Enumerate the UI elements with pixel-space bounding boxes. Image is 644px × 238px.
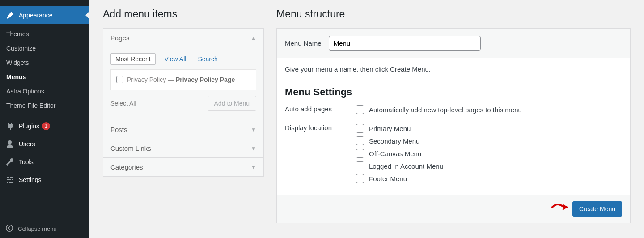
location-primary[interactable]: Primary Menu <box>356 124 622 133</box>
accordion: Pages ▲ Most Recent View All Search Priv… <box>103 28 264 177</box>
display-location-row: Display location Primary Menu Secondary … <box>285 124 622 187</box>
auto-add-row: Auto add pages Automatically add new top… <box>285 105 622 118</box>
sidebar-item-tools[interactable]: Tools <box>0 153 89 171</box>
display-location-label: Display location <box>285 124 356 187</box>
location-text: Footer Menu <box>369 175 407 183</box>
page-checkbox[interactable] <box>116 76 123 83</box>
submenu-item-astra-options[interactable]: Astra Options <box>0 84 89 98</box>
paintbrush-icon <box>5 11 14 20</box>
sidebar-item-plugins[interactable]: Plugins 1 <box>0 117 89 135</box>
location-checkbox[interactable] <box>356 149 364 158</box>
location-checkbox[interactable] <box>356 136 364 145</box>
submenu-item-themes[interactable]: Themes <box>0 27 89 41</box>
collapse-icon <box>5 224 13 234</box>
collapse-label: Collapse menu <box>18 225 57 232</box>
plug-icon <box>5 122 14 131</box>
accordion-body-pages: Most Recent View All Search Privacy Poli… <box>103 47 263 120</box>
tab-most-recent[interactable]: Most Recent <box>110 53 156 65</box>
tab-search[interactable]: Search <box>195 54 220 64</box>
auto-add-option-text: Automatically add new top-level pages to… <box>369 106 522 114</box>
accordion-footer: Select All Add to Menu <box>110 90 256 114</box>
submenu-item-menus[interactable]: Menus <box>0 70 89 84</box>
pages-tabs: Most Recent View All Search <box>110 53 256 65</box>
panel-footer: Create Menu <box>277 195 630 223</box>
plugins-update-badge: 1 <box>42 122 50 130</box>
chevron-down-icon: ▼ <box>251 127 256 133</box>
accordion-label: Custom Links <box>110 144 151 152</box>
sidebar-item-appearance[interactable]: Appearance <box>0 6 89 24</box>
accordion-label: Pages <box>110 34 130 42</box>
panel-body: Give your menu a name, then click Create… <box>277 58 630 195</box>
menu-structure-panel: Menu Name Give your menu a name, then cl… <box>276 28 631 223</box>
location-text: Off-Canvas Menu <box>369 150 421 157</box>
accordion-label: Posts <box>110 126 127 133</box>
sidebar-item-label: Tools <box>19 158 34 166</box>
auto-add-option[interactable]: Automatically add new top-level pages to… <box>356 105 622 114</box>
appearance-submenu: Themes Customize Widgets Menus Astra Opt… <box>0 24 89 117</box>
chevron-down-icon: ▼ <box>251 145 256 152</box>
submenu-item-widgets[interactable]: Widgets <box>0 55 89 70</box>
auto-add-label: Auto add pages <box>285 105 356 118</box>
menu-hint-text: Give your menu a name, then click Create… <box>285 65 622 73</box>
sidebar-item-label: Appearance <box>19 12 53 19</box>
user-icon <box>5 140 14 149</box>
location-checkbox[interactable] <box>356 124 364 133</box>
location-checkbox[interactable] <box>356 162 364 170</box>
location-text: Secondary Menu <box>369 137 419 145</box>
collapse-menu[interactable]: Collapse menu <box>0 220 89 238</box>
location-logged-in[interactable]: Logged In Account Menu <box>356 162 622 170</box>
page-list-item[interactable]: Privacy Policy — Privacy Policy Page <box>116 75 250 85</box>
page-item-text: Privacy Policy — Privacy Policy Page <box>127 75 235 85</box>
add-menu-items-title: Add menu items <box>103 8 264 20</box>
auto-add-checkbox[interactable] <box>356 105 364 114</box>
sidebar-item-users[interactable]: Users <box>0 135 89 153</box>
menu-name-label: Menu Name <box>285 39 322 47</box>
sliders-icon <box>5 175 14 184</box>
menu-structure-column: Menu structure Menu Name Give your menu … <box>276 8 631 230</box>
accordion-head-pages[interactable]: Pages ▲ <box>103 29 263 47</box>
accordion-label: Categories <box>110 163 143 171</box>
accordion-head-custom-links[interactable]: Custom Links ▼ <box>103 139 263 157</box>
svg-point-0 <box>6 225 13 231</box>
add-menu-items-column: Add menu items Pages ▲ Most Recent View … <box>103 8 264 230</box>
sidebar-item-label: Users <box>19 140 35 148</box>
location-footer[interactable]: Footer Menu <box>356 174 622 183</box>
sidebar-item-label: Settings <box>19 176 42 183</box>
select-all-link[interactable]: Select All <box>110 100 136 107</box>
submenu-item-theme-file-editor[interactable]: Theme File Editor <box>0 98 89 113</box>
sidebar-item-settings[interactable]: Settings <box>0 171 89 189</box>
location-offcanvas[interactable]: Off-Canvas Menu <box>356 149 622 158</box>
location-checkbox[interactable] <box>356 174 364 183</box>
accordion-head-posts[interactable]: Posts ▼ <box>103 120 263 139</box>
main-content: Add menu items Pages ▲ Most Recent View … <box>89 0 644 238</box>
location-secondary[interactable]: Secondary Menu <box>356 136 622 145</box>
page-item-prefix: Privacy Policy — <box>127 76 176 83</box>
location-text: Primary Menu <box>369 125 411 132</box>
menu-name-input[interactable] <box>329 36 481 51</box>
menu-settings-title: Menu Settings <box>285 86 622 98</box>
location-text: Logged In Account Menu <box>369 162 443 170</box>
admin-sidebar: Appearance Themes Customize Widgets Menu… <box>0 0 89 238</box>
create-menu-button[interactable]: Create Menu <box>572 201 622 217</box>
submenu-item-customize[interactable]: Customize <box>0 41 89 55</box>
menu-structure-title: Menu structure <box>276 8 631 20</box>
wrench-icon <box>5 157 14 166</box>
chevron-down-icon: ▼ <box>251 164 256 170</box>
panel-top: Menu Name <box>277 29 630 58</box>
annotation-arrow-icon <box>551 202 569 212</box>
pages-list: Privacy Policy — Privacy Policy Page <box>110 69 256 90</box>
accordion-head-categories[interactable]: Categories ▼ <box>103 157 263 176</box>
tab-view-all[interactable]: View All <box>162 54 189 64</box>
chevron-up-icon: ▲ <box>251 35 256 41</box>
sidebar-item-label: Plugins <box>19 123 39 130</box>
page-item-strong: Privacy Policy Page <box>176 76 235 83</box>
add-to-menu-button[interactable]: Add to Menu <box>208 96 256 111</box>
